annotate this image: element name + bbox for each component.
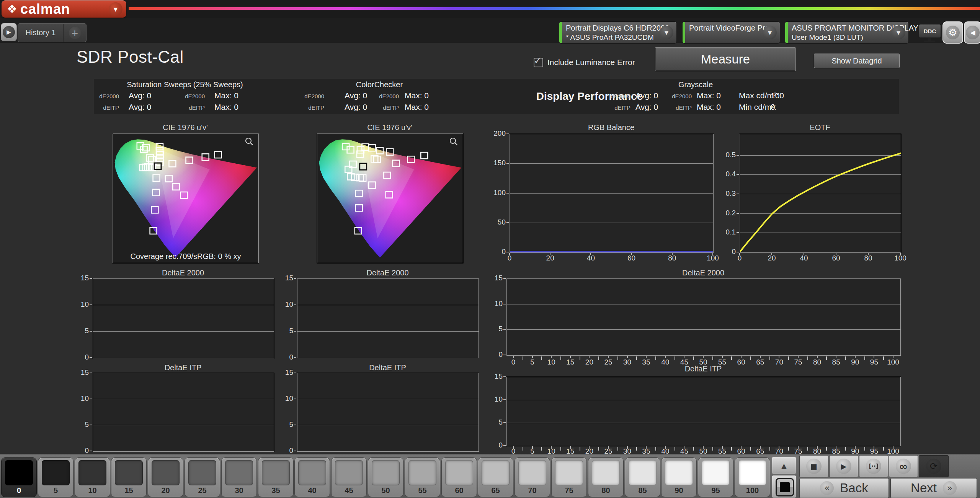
x-tick-mark	[589, 356, 590, 358]
y-tick-label: 0	[482, 441, 503, 449]
patch-button-55[interactable]: 55	[405, 457, 440, 497]
zoom-magnifier-icon[interactable]	[245, 137, 254, 146]
patch-button-75[interactable]: 75	[551, 457, 587, 497]
next-button[interactable]: Next »	[890, 478, 977, 498]
patch-label: 85	[625, 486, 660, 495]
patch-button-25[interactable]: 25	[185, 457, 220, 497]
patch-swatch	[702, 460, 730, 485]
rgb_balance-plot	[510, 134, 714, 253]
pattern-panel-collapse-button[interactable]: ▲	[772, 457, 796, 474]
gridline	[507, 400, 900, 400]
x-tick-mark	[551, 446, 552, 449]
patch-button-45[interactable]: 45	[331, 457, 367, 497]
patch-button-80[interactable]: 80	[588, 457, 624, 497]
y-tick-mark	[90, 331, 92, 332]
x-tick-mark	[874, 446, 874, 449]
x-tick-mark	[817, 446, 818, 449]
y-tick-label: 10	[273, 394, 293, 403]
patch-button-35[interactable]: 35	[258, 457, 294, 497]
patch-swatch	[482, 460, 510, 485]
patch-swatch	[335, 460, 363, 485]
x-tick-mark	[646, 356, 647, 358]
patch-label: 70	[515, 486, 550, 495]
patch-button-70[interactable]: 70	[514, 457, 550, 497]
y-tick-mark	[294, 373, 296, 373]
x-tick-label: 60	[827, 254, 845, 262]
x-tick-mark	[900, 253, 901, 255]
cie_saturation-plot: Coverage rec.709/sRGB: 0 % xy	[113, 133, 259, 263]
patch-swatch	[592, 460, 620, 485]
patch-button-10[interactable]: 10	[75, 457, 110, 497]
patch-label: 50	[368, 486, 403, 495]
patch-button-20[interactable]: 20	[148, 457, 183, 497]
x-tick-mark	[739, 253, 740, 255]
stop-button[interactable]: ■	[799, 455, 828, 477]
x-tick-mark	[836, 446, 836, 449]
deitp_cc-title: DeltaE ITP	[297, 363, 478, 372]
patch-label: 65	[478, 486, 513, 495]
y-tick-label: 10	[482, 395, 503, 404]
back-button[interactable]: « Back	[799, 478, 889, 498]
patch-swatch	[152, 460, 180, 485]
y-tick-label: 0	[482, 350, 503, 359]
y-tick-label: 150	[485, 159, 506, 167]
patch-button-40[interactable]: 40	[294, 457, 330, 497]
patch-button-5[interactable]: 5	[38, 457, 74, 497]
y-tick-label: 0	[273, 353, 293, 361]
x-tick-mark	[874, 356, 874, 358]
pattern-window-button[interactable]	[772, 475, 796, 498]
x-tick-mark	[893, 446, 893, 449]
y-tick-label: 15	[68, 368, 89, 377]
patch-swatch	[665, 460, 693, 485]
patch-button-85[interactable]: 85	[625, 457, 660, 497]
x-tick-mark	[608, 356, 609, 358]
patch-button-95[interactable]: 95	[698, 457, 733, 497]
y-tick-mark	[90, 399, 92, 399]
x-tick-mark	[627, 356, 628, 358]
x-tick-mark	[646, 446, 647, 449]
y-tick-label: 50	[485, 218, 506, 226]
y-tick-label: 10	[273, 300, 293, 309]
gridline	[297, 425, 479, 425]
patch-swatch	[42, 460, 70, 485]
x-tick-mark	[817, 356, 818, 358]
patch-button-90[interactable]: 90	[661, 457, 697, 497]
play-icon: ▶	[836, 459, 851, 474]
y-tick-label: 10	[68, 300, 89, 309]
y-tick-label: 5	[273, 420, 293, 429]
patch-button-100[interactable]: 100	[735, 457, 770, 497]
de2000_cc-title: DeltaE 2000	[297, 269, 478, 277]
x-tick-mark	[665, 446, 666, 449]
play-button[interactable]: ▶	[829, 455, 858, 477]
patch-button-0[interactable]: 0	[1, 457, 37, 497]
eotf-title: EOTF	[740, 123, 900, 132]
y-tick-mark	[737, 174, 739, 175]
patch-button-50[interactable]: 50	[368, 457, 403, 497]
y-tick-label: 200	[485, 129, 506, 138]
patch-button-65[interactable]: 65	[478, 457, 513, 497]
patch-button-60[interactable]: 60	[441, 457, 477, 497]
interval-button[interactable]: [··]	[859, 455, 888, 477]
x-tick-mark	[590, 253, 591, 255]
y-tick-mark	[90, 357, 92, 358]
zoom-magnifier-icon[interactable]	[449, 137, 458, 146]
cie-target-marker	[421, 152, 428, 159]
patch-label: 25	[185, 486, 220, 495]
continuous-button[interactable]: ∞	[889, 455, 918, 477]
y-tick-mark	[503, 329, 506, 330]
patch-swatch	[262, 460, 290, 485]
sync-button[interactable]: ⟳	[919, 455, 949, 477]
y-tick-mark	[506, 222, 509, 223]
x-tick-mark	[665, 356, 666, 358]
patch-swatch	[372, 460, 400, 485]
patch-swatch	[445, 460, 473, 485]
gridline	[507, 304, 900, 304]
patch-swatch	[78, 460, 106, 485]
y-tick-mark	[506, 163, 509, 164]
patch-label: 45	[332, 486, 366, 495]
patch-button-30[interactable]: 30	[221, 457, 257, 497]
x-tick-mark	[589, 446, 590, 449]
patch-swatch	[188, 460, 216, 485]
y-tick-label: 0.4	[715, 170, 736, 178]
patch-button-15[interactable]: 15	[111, 457, 147, 497]
